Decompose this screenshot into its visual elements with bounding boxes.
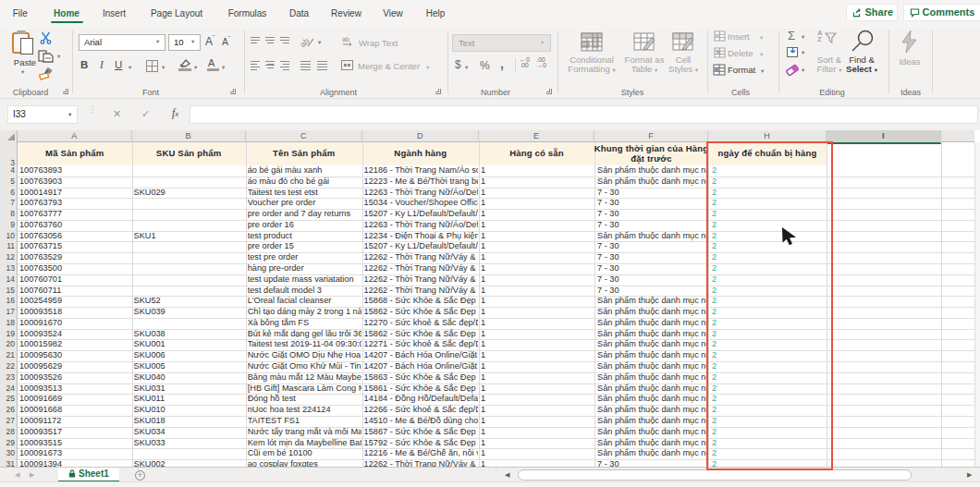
- svg-text:ab: ab: [300, 36, 311, 48]
- svg-text:ab: ab: [342, 36, 349, 43]
